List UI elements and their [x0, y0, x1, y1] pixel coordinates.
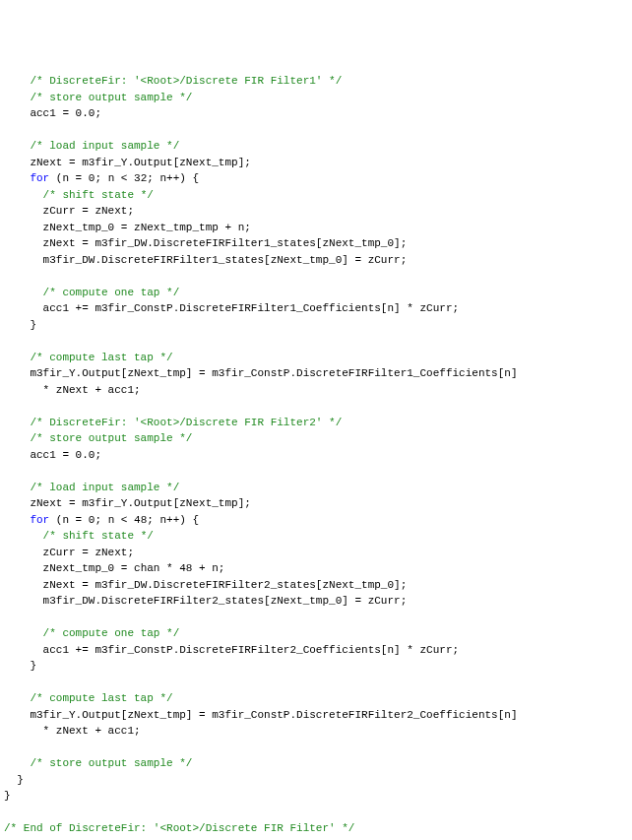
- code-line: [4, 333, 628, 350]
- code-token: /* store output sample */: [30, 432, 192, 444]
- code-line: zNext = m3fir_DW.DiscreteFIRFilter1_stat…: [4, 235, 628, 252]
- code-line: /* shift state */: [4, 187, 628, 204]
- code-line: zNext_tmp_0 = chan * 48 + n;: [4, 560, 628, 577]
- code-token: /* store output sample */: [30, 92, 192, 103]
- code-token: /* store output sample */: [30, 757, 192, 769]
- code-line: }: [4, 317, 628, 334]
- code-token: zNext = m3fir_Y.Output[zNext_tmp];: [30, 157, 250, 168]
- code-line: /* DiscreteFir: '<Root>/Discrete FIR Fil…: [4, 415, 628, 431]
- code-line: [4, 398, 628, 415]
- code-token: zCurr = zNext;: [43, 547, 134, 558]
- code-line: /* DiscreteFir: '<Root>/Discrete FIR Fil…: [4, 73, 628, 90]
- code-token: /* compute last tap */: [30, 692, 172, 704]
- code-line: /* store output sample */: [4, 430, 628, 447]
- code-line: m3fir_Y.Output[zNext_tmp] = m3fir_ConstP…: [4, 707, 628, 724]
- code-token: (n = 0; n < 32; n++) {: [49, 172, 199, 184]
- code-token: m3fir_Y.Output[zNext_tmp] = m3fir_ConstP…: [30, 367, 517, 379]
- code-line: zNext = m3fir_Y.Output[zNext_tmp];: [4, 495, 628, 512]
- code-token: * zNext + acc1;: [43, 384, 141, 396]
- code-token: for: [30, 514, 49, 526]
- code-token: /* compute last tap */: [30, 352, 172, 363]
- code-line: }: [4, 788, 628, 805]
- code-line: for (n = 0; n < 48; n++) {: [4, 512, 628, 529]
- code-token: acc1 = 0.0;: [30, 107, 101, 119]
- code-line: /* load input sample */: [4, 480, 628, 496]
- code-token: * zNext + acc1;: [43, 725, 141, 737]
- code-token: /* End of DiscreteFir: '<Root>/Discrete …: [4, 822, 354, 834]
- code-line: for (n = 0; n < 32; n++) {: [4, 170, 628, 187]
- code-line: /* shift state */: [4, 528, 628, 545]
- code-token: zNext_tmp_0 = zNext_tmp_tmp + n;: [43, 222, 251, 233]
- code-line: acc1 += m3fir_ConstP.DiscreteFIRFilter1_…: [4, 300, 628, 317]
- code-token: }: [4, 790, 11, 802]
- code-line: zCurr = zNext;: [4, 203, 628, 220]
- code-line: }: [4, 658, 628, 675]
- code-token: /* load input sample */: [30, 482, 179, 493]
- code-line: acc1 = 0.0;: [4, 447, 628, 464]
- code-token: /* load input sample */: [30, 140, 179, 152]
- code-token: /* compute one tap */: [43, 287, 180, 298]
- code-token: /* shift state */: [43, 530, 154, 542]
- code-line: [4, 740, 628, 756]
- code-line: /* compute one tap */: [4, 625, 628, 642]
- code-line: }: [4, 772, 628, 789]
- code-line: zNext = m3fir_DW.DiscreteFIRFilter2_stat…: [4, 577, 628, 594]
- code-line: /* compute last tap */: [4, 350, 628, 366]
- code-line: zCurr = zNext;: [4, 545, 628, 561]
- code-line: m3fir_DW.DiscreteFIRFilter2_states[zNext…: [4, 593, 628, 610]
- code-block: /* DiscreteFir: '<Root>/Discrete FIR Fil…: [4, 73, 628, 837]
- code-token: zNext = m3fir_DW.DiscreteFIRFilter2_stat…: [43, 579, 408, 591]
- code-line: /* compute last tap */: [4, 690, 628, 707]
- code-line: /* store output sample */: [4, 90, 628, 106]
- code-token: zCurr = zNext;: [43, 205, 134, 217]
- code-token: }: [30, 660, 36, 672]
- code-token: acc1 += m3fir_ConstP.DiscreteFIRFilter2_…: [43, 644, 459, 656]
- code-line: acc1 += m3fir_ConstP.DiscreteFIRFilter2_…: [4, 642, 628, 659]
- code-token: /* compute one tap */: [43, 627, 180, 639]
- code-line: /* compute one tap */: [4, 285, 628, 301]
- code-line: acc1 = 0.0;: [4, 105, 628, 122]
- code-token: m3fir_DW.DiscreteFIRFilter2_states[zNext…: [43, 595, 408, 607]
- code-line: /* End of DiscreteFir: '<Root>/Discrete …: [4, 820, 628, 837]
- code-token: zNext_tmp_0 = chan * 48 + n;: [43, 562, 225, 574]
- code-line: /* store output sample */: [4, 755, 628, 772]
- code-line: [4, 463, 628, 480]
- code-line: /* load input sample */: [4, 138, 628, 155]
- code-token: for: [30, 172, 49, 184]
- code-token: (n = 0; n < 48; n++) {: [49, 514, 199, 526]
- code-line: m3fir_DW.DiscreteFIRFilter1_states[zNext…: [4, 252, 628, 269]
- code-line: [4, 805, 628, 821]
- code-line: zNext_tmp_0 = zNext_tmp_tmp + n;: [4, 220, 628, 236]
- code-line: * zNext + acc1;: [4, 723, 628, 740]
- code-line: [4, 610, 628, 626]
- code-token: }: [17, 774, 24, 786]
- code-line: [4, 122, 628, 139]
- code-token: zNext = m3fir_Y.Output[zNext_tmp];: [30, 497, 250, 509]
- code-token: acc1 = 0.0;: [30, 449, 101, 461]
- code-line: m3fir_Y.Output[zNext_tmp] = m3fir_ConstP…: [4, 365, 628, 382]
- code-token: acc1 += m3fir_ConstP.DiscreteFIRFilter1_…: [43, 302, 459, 314]
- code-token: m3fir_DW.DiscreteFIRFilter1_states[zNext…: [43, 254, 408, 266]
- code-token: }: [30, 319, 36, 331]
- code-token: /* DiscreteFir: '<Root>/Discrete FIR Fil…: [30, 417, 342, 428]
- code-token: /* shift state */: [43, 189, 154, 201]
- code-line: * zNext + acc1;: [4, 382, 628, 399]
- code-line: [4, 268, 628, 285]
- code-token: m3fir_Y.Output[zNext_tmp] = m3fir_ConstP…: [30, 709, 517, 721]
- code-token: zNext = m3fir_DW.DiscreteFIRFilter1_stat…: [43, 237, 408, 249]
- code-line: zNext = m3fir_Y.Output[zNext_tmp];: [4, 155, 628, 171]
- code-token: /* DiscreteFir: '<Root>/Discrete FIR Fil…: [30, 75, 342, 87]
- code-line: [4, 675, 628, 691]
